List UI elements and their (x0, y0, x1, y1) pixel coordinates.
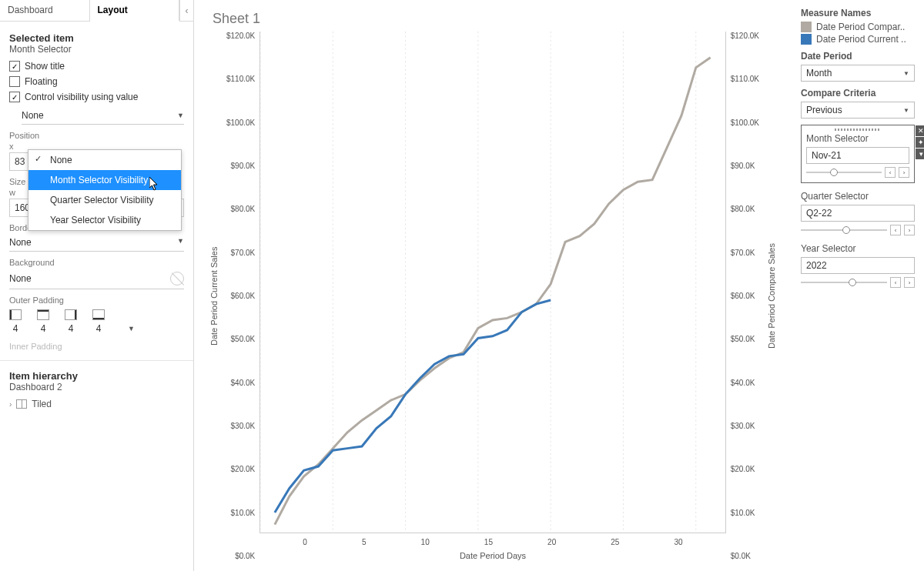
quarter-selector-label: Quarter Selector (801, 191, 915, 202)
pad-right-control[interactable]: 4 (65, 309, 77, 334)
control-visibility-checkbox[interactable] (9, 92, 20, 102)
chevron-down-icon[interactable]: ▼ (128, 325, 135, 334)
x-axis-label: Date Period Days (259, 551, 725, 560)
right-panel: Measure Names Date Period Compar.. Date … (792, 0, 924, 571)
compare-criteria-heading: Compare Criteria (801, 88, 915, 99)
date-period-dropdown[interactable]: Month▼ (801, 65, 915, 82)
inner-padding-label: Inner Padding (9, 342, 184, 351)
tab-dashboard[interactable]: Dashboard (0, 0, 90, 21)
year-selector-card: Year Selector 2022 ‹ › (801, 243, 915, 288)
date-period-heading: Date Period (801, 51, 915, 62)
y-axis-label-left: Date Period Current Sales (206, 32, 222, 560)
show-title-row[interactable]: Show title (9, 61, 184, 72)
legend-swatch-icon (801, 34, 812, 45)
plot-grid: $120.0K$110.0K$100.0K$90.0K$80.0K$70.0K$… (222, 32, 764, 560)
legend-item-current[interactable]: Date Period Current .. (801, 34, 915, 45)
slider-thumb-icon[interactable] (849, 279, 856, 286)
y-ticks-left: $120.0K$110.0K$100.0K$90.0K$80.0K$70.0K$… (222, 32, 259, 560)
next-button[interactable]: › (904, 277, 915, 288)
y-ticks-right: $120.0K$110.0K$100.0K$90.0K$80.0K$70.0K$… (726, 32, 764, 560)
floating-label: Floating (25, 76, 58, 87)
floating-row[interactable]: Floating (9, 76, 184, 87)
outer-padding-controls: 4 4 4 4 ▼ (9, 309, 184, 334)
close-icon[interactable]: ✕ (916, 125, 924, 136)
year-slider[interactable] (801, 282, 887, 283)
month-selector-card: Month Selector Nov-21 ‹ › ✕ ✦ ▾ (801, 125, 915, 183)
quarter-selector-card: Quarter Selector Q2-22 ‹ › (801, 191, 915, 235)
tiled-icon (16, 399, 27, 409)
background-selector[interactable]: None (9, 269, 184, 289)
border-dropdown[interactable]: None ▼ (9, 234, 184, 252)
prev-button[interactable]: ‹ (890, 277, 901, 288)
slider-thumb-icon[interactable] (842, 226, 850, 234)
pad-top-control[interactable]: 4 (37, 309, 49, 334)
y-axis-label-right: Date Period Compare Sales (764, 32, 779, 560)
prev-button[interactable]: ‹ (885, 167, 896, 178)
next-button[interactable]: › (899, 167, 909, 178)
legend-swatch-icon (801, 22, 812, 32)
menu-icon[interactable]: ▾ (916, 149, 924, 159)
chevron-down-icon: ▼ (903, 70, 909, 77)
sidebar-body: Selected item Month Selector Show title … (0, 22, 193, 417)
control-visibility-label: Control visibility using value (25, 92, 138, 102)
slider-thumb-icon[interactable] (830, 169, 838, 176)
item-hierarchy-value: Dashboard 2 (9, 382, 184, 392)
show-title-checkbox[interactable] (9, 61, 20, 72)
chevron-down-icon: ▼ (177, 112, 184, 119)
month-selector-input[interactable]: Nov-21 (806, 147, 909, 164)
chevron-right-icon: › (9, 400, 12, 409)
collapse-sidebar-button[interactable]: ‹ (179, 0, 193, 21)
hierarchy-item-tiled[interactable]: › Tiled (9, 399, 184, 409)
sidebar-tabs: Dashboard Layout ‹ (0, 0, 193, 22)
chevron-down-icon: ▼ (903, 107, 909, 114)
no-fill-icon (170, 272, 184, 286)
control-visibility-dropdown[interactable]: None ▼ (22, 107, 184, 125)
pin-icon[interactable]: ✦ (916, 137, 924, 148)
quarter-slider[interactable] (801, 229, 887, 231)
cursor-icon (149, 177, 160, 191)
menu-item-none[interactable]: None (28, 150, 181, 170)
sheet-title: Sheet 1 (213, 11, 779, 27)
month-slider[interactable] (806, 172, 882, 173)
position-label: Position (9, 131, 184, 140)
prev-button[interactable]: ‹ (890, 225, 901, 235)
tab-layout[interactable]: Layout (90, 0, 180, 22)
selected-item-value: Month Selector (9, 44, 184, 55)
menu-item-year-visibility[interactable]: Year Selector Visibility (28, 210, 181, 230)
card-actions: ✕ ✦ ▾ (916, 125, 924, 159)
background-label: Background (9, 258, 184, 267)
month-selector-label: Month Selector (806, 133, 909, 144)
floating-checkbox[interactable] (9, 76, 20, 87)
x-ticks: 051015202530 (259, 538, 725, 546)
pad-bottom-control[interactable]: 4 (92, 309, 105, 334)
control-visibility-row[interactable]: Control visibility using value (9, 92, 184, 102)
pad-left-control[interactable]: 4 (9, 309, 22, 334)
chevron-down-icon: ▼ (177, 237, 184, 248)
selected-item-heading: Selected item (9, 32, 184, 44)
show-title-label: Show title (25, 61, 65, 72)
plot-surface[interactable] (259, 32, 725, 533)
worksheet-view: Sheet 1 Date Period Current Sales $120.0… (194, 0, 792, 571)
legend-item-compare[interactable]: Date Period Compar.. (801, 22, 915, 32)
measure-names-heading: Measure Names (801, 8, 915, 18)
menu-item-quarter-visibility[interactable]: Quarter Selector Visibility (28, 190, 181, 210)
year-selector-input[interactable]: 2022 (801, 257, 915, 274)
chart-area: Date Period Current Sales $120.0K$110.0K… (206, 32, 779, 560)
next-button[interactable]: › (904, 225, 915, 235)
quarter-selector-input[interactable]: Q2-22 (801, 205, 915, 222)
layout-sidebar: Dashboard Layout ‹ Selected item Month S… (0, 0, 194, 571)
year-selector-label: Year Selector (801, 243, 915, 254)
outer-padding-label: Outer Padding (9, 296, 184, 305)
drag-handle-icon[interactable] (806, 127, 909, 132)
compare-criteria-dropdown[interactable]: Previous▼ (801, 102, 915, 119)
control-visibility-value: None (22, 110, 44, 121)
item-hierarchy-heading: Item hierarchy (9, 370, 184, 382)
